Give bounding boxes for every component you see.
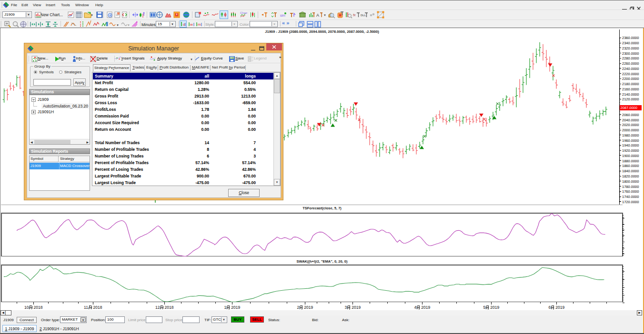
svg-text:2018: 2018 [93, 305, 102, 310]
svg-text:d: d [183, 22, 185, 27]
svg-text:2060.0000: 2060.0000 [622, 113, 639, 117]
svg-text:m: m [198, 22, 201, 27]
svg-text:TSForecast(close, 5, 7): TSForecast(close, 5, 7) [302, 206, 342, 210]
svg-text:6: 6 [548, 305, 551, 310]
svg-text:2019: 2019 [352, 305, 361, 310]
svg-text:2240.0000: 2240.0000 [622, 67, 639, 71]
svg-text:2018: 2018 [165, 305, 174, 310]
svg-text:1960.0000: 1960.0000 [622, 138, 639, 143]
svg-text:Close: Close [240, 11, 247, 14]
svg-text:2180.0000: 2180.0000 [622, 82, 639, 86]
svg-text:2280.0000: 2280.0000 [622, 56, 639, 60]
svg-text:2260.0000: 2260.0000 [622, 61, 639, 66]
svg-text:2019: 2019 [231, 305, 240, 310]
svg-text:DLL: DLL [361, 14, 366, 17]
svg-text:SWAK((h+l)/2, "EMA", 0, 20, 0): SWAK((h+l)/2, "EMA", 0, 20, 0) [297, 259, 348, 264]
svg-text:5: 5 [483, 305, 485, 310]
svg-text:1: 1 [224, 305, 226, 310]
svg-text:2320.0000: 2320.0000 [622, 46, 639, 50]
svg-text:1980.0000: 1980.0000 [622, 133, 639, 138]
svg-text:1780.0000: 1780.0000 [622, 185, 639, 189]
svg-text:3: 3 [344, 305, 347, 310]
svg-text:2340.0000: 2340.0000 [622, 41, 639, 45]
svg-text:2019: 2019 [304, 305, 313, 310]
svg-text:2040.0000: 2040.0000 [622, 118, 639, 122]
svg-text:1920.0000: 1920.0000 [622, 148, 639, 153]
svg-text:2: 2 [297, 305, 299, 310]
svg-text:w: w [190, 22, 193, 27]
svg-text:2360.0000: 2360.0000 [622, 36, 639, 40]
svg-text:2018: 2018 [34, 305, 43, 310]
svg-text:2220.0000: 2220.0000 [622, 72, 639, 76]
svg-text:2019: 2019 [421, 305, 430, 310]
svg-text:2120.0000: 2120.0000 [622, 97, 639, 101]
svg-text:1860.0000: 1860.0000 [622, 164, 639, 168]
svg-text:1760.0000: 1760.0000 [622, 189, 639, 194]
svg-text:1800.0000: 1800.0000 [622, 179, 639, 184]
svg-text:12: 12 [155, 305, 160, 310]
svg-text:2019: 2019 [555, 305, 564, 310]
svg-text:2019: 2019 [490, 305, 499, 310]
svg-text:4: 4 [414, 305, 416, 310]
svg-text:1820.0000: 1820.0000 [622, 174, 639, 178]
svg-text:11: 11 [84, 305, 88, 310]
svg-text:1880.0000: 1880.0000 [622, 159, 639, 163]
svg-text:2140.0000: 2140.0000 [622, 92, 639, 97]
svg-text:sim: sim [280, 14, 285, 17]
svg-text:10: 10 [24, 305, 29, 310]
svg-text:1740.0000: 1740.0000 [622, 195, 639, 199]
svg-text:1720.0000: 1720.0000 [622, 200, 639, 204]
svg-text:J1909 - J1909 (2080.0000, 2094: J1909 - J1909 (2080.0000, 2094.0000, 207… [265, 29, 379, 34]
svg-text:1900.0000: 1900.0000 [622, 154, 639, 158]
svg-text:2000.0000: 2000.0000 [622, 128, 639, 132]
svg-text:2087.0000: 2087.0000 [621, 106, 637, 110]
svg-text:1840.0000: 1840.0000 [622, 169, 639, 173]
svg-text:2020.0000: 2020.0000 [622, 123, 639, 127]
svg-text:2160.0000: 2160.0000 [622, 87, 639, 91]
svg-text:2300.0000: 2300.0000 [622, 51, 639, 56]
svg-text:CSV: CSV [231, 57, 235, 59]
svg-text:1940.0000: 1940.0000 [622, 143, 639, 147]
svg-text:2200.0000: 2200.0000 [622, 77, 639, 81]
svg-text:fx: fx [353, 13, 356, 17]
svg-text:A: A [316, 13, 319, 18]
